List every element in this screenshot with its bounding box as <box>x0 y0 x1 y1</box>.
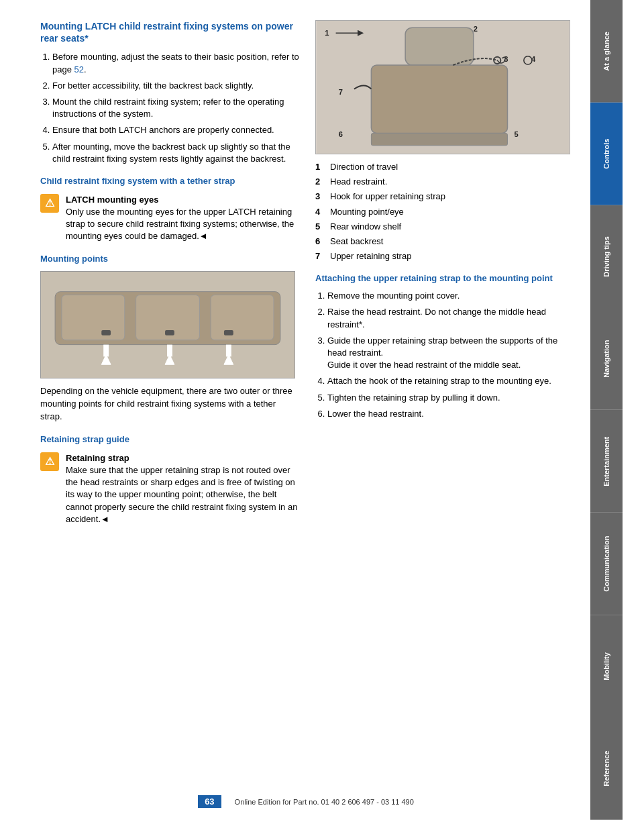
svg-rect-7 <box>224 330 233 336</box>
svg-rect-9 <box>103 345 109 357</box>
sidebar-tab-communication[interactable]: Communication <box>590 513 623 615</box>
mounting-points-title: Mounting points <box>40 254 299 265</box>
warning-2: ⚠ Retaining strap Make sure that the upp… <box>40 452 299 525</box>
legend-item-7: 7Upper retaining strap <box>315 250 570 262</box>
sidebar-tab-driving-tips[interactable]: Driving tips <box>590 205 623 308</box>
page-footer: 63 Online Edition for Part no. 01 40 2 6… <box>0 795 612 808</box>
attach-step-3: Guide the upper retaining strap between … <box>327 335 570 372</box>
svg-rect-4 <box>211 295 274 340</box>
svg-rect-2 <box>62 295 125 340</box>
legend-item-3: 3Hook for upper retaining strap <box>315 191 570 203</box>
svg-text:2: 2 <box>474 25 478 33</box>
child-restraint-title: Child restraint fixing system with a tet… <box>40 176 299 187</box>
attaching-steps: Remove the mounting point cover. Raise t… <box>315 290 570 420</box>
svg-text:6: 6 <box>339 130 343 138</box>
footer-text: Online Edition for Part no. 01 40 2 606 … <box>235 798 414 806</box>
attaching-title: Attaching the upper retaining strap to t… <box>315 273 570 285</box>
svg-rect-24 <box>371 65 507 134</box>
step-2: For better accessibility, tilt the backr… <box>52 80 299 92</box>
attach-step-5: Tighten the retaining strap by pulling i… <box>327 392 570 404</box>
svg-rect-5 <box>101 330 111 336</box>
legend-item-6: 6Seat backrest <box>315 236 570 248</box>
warning-icon-1: ⚠ <box>40 194 59 213</box>
warning-1: ⚠ LATCH mounting eyes Only use the mount… <box>40 194 299 243</box>
sidebar-tab-controls[interactable]: Controls <box>590 103 623 205</box>
warning-1-title: LATCH mounting eyes <box>66 194 299 206</box>
svg-rect-25 <box>371 134 507 146</box>
step-1: Before mounting, adjust the seats to the… <box>52 51 299 75</box>
svg-text:5: 5 <box>515 130 519 138</box>
sidebar-tab-reference[interactable]: Reference <box>590 717 623 820</box>
sidebar: At a glance Controls Driving tips Naviga… <box>590 0 623 820</box>
svg-rect-23 <box>405 28 474 65</box>
attach-step-1: Remove the mounting point cover. <box>327 290 570 302</box>
warning-1-text: Only use the mounting eyes for the upper… <box>66 206 299 243</box>
attach-step-2: Raise the head restraint. Do not change … <box>327 306 570 330</box>
legend-item-1: 1Direction of travel <box>315 161 570 173</box>
mounting-desc: Depending on the vehicle equipment, ther… <box>40 385 299 423</box>
legend-item-5: 5Rear window shelf <box>315 221 570 233</box>
svg-rect-13 <box>226 345 231 357</box>
legend-item-2: 2Head restraint. <box>315 176 570 188</box>
svg-text:1: 1 <box>325 29 329 37</box>
svg-rect-11 <box>167 345 172 357</box>
diagram-legend: 1Direction of travel 2Head restraint. 3H… <box>315 161 570 262</box>
steps-list: Before mounting, adjust the seats to the… <box>40 51 299 165</box>
step-4: Ensure that both LATCH anchors are prope… <box>52 124 299 136</box>
sidebar-tab-entertainment[interactable]: Entertainment <box>590 410 623 513</box>
sidebar-tab-at-a-glance[interactable]: At a glance <box>590 0 623 103</box>
sidebar-tab-mobility[interactable]: Mobility <box>590 615 623 718</box>
attach-step-4: Attach the hook of the retaining strap t… <box>327 375 570 387</box>
main-title: Mounting LATCH child restraint fixing sy… <box>40 20 299 44</box>
step-3: Mount the child restraint fixing system;… <box>52 96 299 120</box>
retaining-strap-title: Retaining strap guide <box>40 434 299 446</box>
step-5: After mounting, move the backrest back u… <box>52 141 299 165</box>
legend-item-4: 4Mounting point/eye <box>315 206 570 218</box>
svg-rect-6 <box>165 330 174 336</box>
mounting-diagram <box>40 271 295 378</box>
upper-seat-diagram: 1 2 3 4 5 <box>315 20 570 154</box>
page-number: 63 <box>198 795 221 808</box>
page-link[interactable]: 52 <box>74 64 84 74</box>
warning-icon-2: ⚠ <box>40 452 59 471</box>
sidebar-tab-navigation[interactable]: Navigation <box>590 307 623 410</box>
warning-2-text: Make sure that the upper retaining strap… <box>66 464 299 525</box>
svg-text:7: 7 <box>339 88 343 96</box>
attach-step-6: Lower the head restraint. <box>327 408 570 420</box>
warning-2-title: Retaining strap <box>66 452 299 464</box>
